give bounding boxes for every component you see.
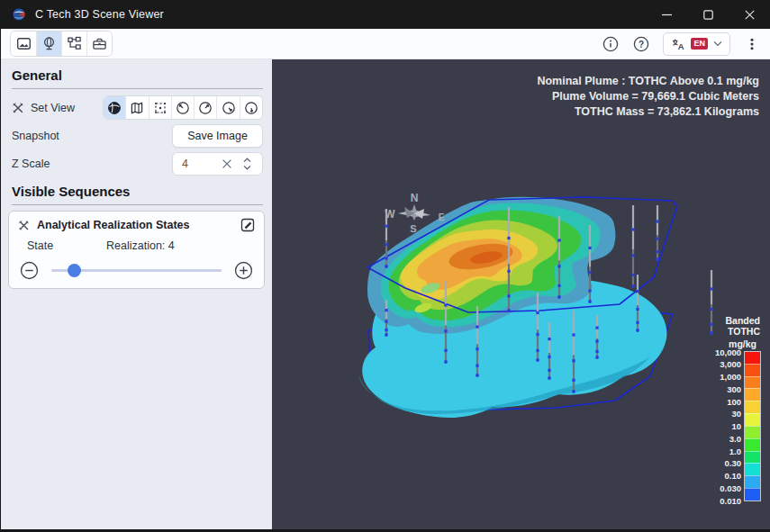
- stepper-down-icon[interactable]: [243, 165, 251, 170]
- well: [636, 290, 639, 293]
- legend-band: [745, 401, 760, 413]
- realization-slider-track[interactable]: [51, 269, 222, 272]
- general-heading: General: [12, 68, 263, 83]
- well: [385, 320, 387, 323]
- well: [536, 349, 539, 352]
- well: [385, 243, 387, 246]
- legend-tick-labels: 10,0003,0001,00030010030103.01.00.300.10…: [697, 352, 745, 500]
- state-label: State: [18, 239, 106, 252]
- decrement-button[interactable]: [20, 261, 39, 280]
- well: [572, 359, 575, 362]
- close-icon: [745, 10, 755, 20]
- compass-s-icon: [244, 101, 258, 115]
- well: [385, 257, 387, 259]
- legend-band: [745, 352, 760, 364]
- well: [548, 338, 550, 340]
- snapshot-label: Snapshot: [12, 130, 59, 142]
- clear-icon[interactable]: [222, 158, 232, 169]
- realization-value: Realization: 4: [106, 239, 175, 252]
- well: [557, 284, 560, 287]
- scene-view-button[interactable]: [36, 32, 61, 56]
- view-south-button[interactable]: [240, 96, 262, 119]
- legend-tick: 0.10: [725, 471, 742, 481]
- well: [656, 238, 658, 240]
- help-button[interactable]: ?: [632, 35, 650, 53]
- z-scale-input[interactable]: [173, 158, 222, 170]
- language-selector[interactable]: A EN: [663, 32, 730, 56]
- z-scale-stepper: [240, 158, 254, 170]
- stepper-up-icon[interactable]: [243, 158, 251, 163]
- titlebar: C Tech 3D Scene Viewer: [1, 0, 770, 29]
- compass-ne-icon: [198, 101, 213, 115]
- minimize-button[interactable]: [646, 0, 687, 29]
- well: [588, 271, 591, 274]
- well: [588, 247, 591, 249]
- plume-info: Nominal Plume : TOTHC Above 0.1 mg/kg Pl…: [537, 74, 759, 120]
- increment-button[interactable]: [234, 261, 253, 280]
- save-image-button[interactable]: Save Image: [172, 124, 263, 148]
- z-scale-field: [172, 152, 263, 176]
- well: [507, 294, 510, 297]
- translate-icon: A: [671, 37, 685, 51]
- plume-info-line: TOTHC Mass = 73,862.1 Kilograms: [537, 104, 759, 120]
- well: [548, 376, 551, 380]
- well: [557, 239, 560, 241]
- well: [595, 340, 598, 343]
- legend-band: [745, 475, 760, 488]
- legend-band: [745, 364, 760, 376]
- well: [588, 290, 591, 293]
- chevron-down-icon: [713, 41, 722, 47]
- well: [507, 309, 511, 312]
- well: [476, 365, 478, 367]
- well: [536, 358, 539, 362]
- well: [385, 265, 388, 268]
- view-northeast-button[interactable]: [194, 96, 216, 119]
- plume-info-line: Plume Volume = 79,669.1 Cubic Meters: [537, 89, 759, 104]
- legend-tick: 30: [731, 409, 741, 419]
- scene-viewport[interactable]: Nominal Plume : TOTHC Above 0.1 mg/kg Pl…: [272, 59, 770, 529]
- well: [656, 220, 658, 222]
- realization-slider: [18, 261, 255, 280]
- well: [710, 287, 712, 290]
- well: [385, 329, 387, 331]
- kebab-menu-icon: [745, 37, 759, 51]
- legend-band: [745, 488, 760, 500]
- z-scale-label: Z Scale: [12, 158, 50, 170]
- settings-sidebar: General Set View: [1, 59, 272, 529]
- tools-icon: [18, 220, 30, 231]
- toolbar: ? A EN: [1, 29, 770, 59]
- compass-s-label: S: [410, 223, 416, 234]
- well: [572, 390, 575, 393]
- well: [631, 254, 634, 257]
- info-button[interactable]: [602, 35, 620, 53]
- well: [557, 295, 561, 299]
- well: [631, 274, 634, 276]
- view-globe-button[interactable]: [104, 96, 125, 119]
- well: [444, 360, 448, 364]
- legend-band: [745, 388, 760, 401]
- screenshot-pane-button[interactable]: [11, 32, 36, 56]
- legend-title: Banded TOTHC: [697, 315, 760, 337]
- legend-tick: 1,000: [720, 372, 741, 382]
- compass-nw-icon: [176, 101, 190, 115]
- view-plan-button[interactable]: [125, 96, 148, 119]
- color-legend: Banded TOTHC mg/kg 10,0003,0001,00030010…: [697, 315, 760, 500]
- realization-slider-thumb[interactable]: [68, 264, 81, 277]
- legend-tick: 10,000: [715, 347, 741, 357]
- overflow-menu-button[interactable]: [743, 35, 761, 53]
- close-button[interactable]: [729, 0, 770, 29]
- well: [656, 250, 658, 253]
- maximize-button[interactable]: [687, 0, 729, 29]
- legend-tick: 3,000: [720, 359, 741, 369]
- compass-se-icon: [222, 101, 236, 115]
- toolbox-pane-button[interactable]: [86, 32, 112, 56]
- view-southeast-button[interactable]: [216, 96, 239, 119]
- tree-pane-button[interactable]: [61, 32, 86, 56]
- edit-icon[interactable]: [240, 218, 255, 232]
- legend-tick: 0.030: [720, 483, 741, 493]
- compass-w-label: W: [385, 208, 395, 221]
- legend-tick: 0.010: [720, 496, 741, 506]
- view-fit-button[interactable]: [149, 96, 171, 119]
- well: [444, 349, 447, 352]
- view-northwest-button[interactable]: [171, 96, 194, 119]
